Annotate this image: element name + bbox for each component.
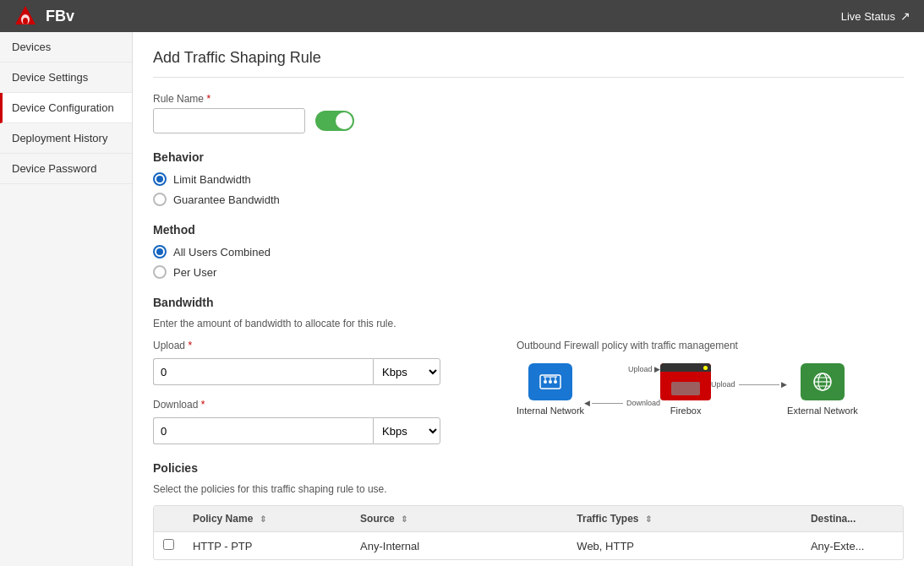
download-unit-select[interactable]: Kbps Mbps Gbps xyxy=(373,417,440,444)
upload-unit-select[interactable]: Kbps Mbps Gbps xyxy=(373,358,440,385)
external-network-label: External Network xyxy=(787,405,858,416)
policies-section: Policies Select the policies for this tr… xyxy=(153,461,904,560)
rule-name-section: Rule Name * xyxy=(153,93,904,133)
upload-input-group: Kbps Mbps Gbps xyxy=(153,358,440,385)
table-header-row: Policy Name ⇕ Source ⇕ Traffic Types ⇕ xyxy=(154,506,903,532)
traffic-types-cell: Web, HTTP xyxy=(568,532,802,560)
behavior-limit-bandwidth[interactable]: Limit Bandwidth xyxy=(153,172,904,186)
policies-table: Policy Name ⇕ Source ⇕ Traffic Types ⇕ xyxy=(154,506,903,559)
behavior-radio-group: Limit Bandwidth Guarantee Bandwidth xyxy=(153,172,904,206)
traffic-diagram: Outbound Firewall policy with traffic ma… xyxy=(517,340,858,416)
right-connector: Upload ▶ xyxy=(711,368,787,411)
download-label: Download * xyxy=(153,399,440,411)
firebox-node: Firebox xyxy=(660,363,711,416)
rule-name-input[interactable] xyxy=(153,108,305,133)
sidebar: Devices Device Settings Device Configura… xyxy=(0,32,133,566)
firebox-icon xyxy=(660,363,711,400)
method-section: Method All Users Combined Per User xyxy=(153,223,904,279)
sidebar-item-devices[interactable]: Devices xyxy=(0,32,132,63)
app-logo xyxy=(14,4,37,28)
policies-table-wrapper: Policy Name ⇕ Source ⇕ Traffic Types ⇕ xyxy=(153,505,904,560)
diagram-nodes: Internal Network Upload ▶ ◀ xyxy=(517,363,858,416)
col-traffic-types-header[interactable]: Traffic Types ⇕ xyxy=(568,506,802,532)
row-checkbox-cell[interactable] xyxy=(154,532,184,560)
bandwidth-heading: Bandwidth xyxy=(153,296,904,309)
app-header: FBv Live Status ↗ xyxy=(0,0,924,32)
table-row: HTTP - PTP Any-Internal Web, HTTP Any-Ex… xyxy=(154,532,903,560)
destination-cell: Any-Exte... xyxy=(802,532,903,560)
svg-point-2 xyxy=(23,18,28,24)
download-input[interactable] xyxy=(153,417,373,444)
traffic-types-sort-icon: ⇕ xyxy=(645,514,652,524)
col-destination-header[interactable]: Destina... xyxy=(802,506,903,532)
bandwidth-description: Enter the amount of bandwidth to allocat… xyxy=(153,318,904,329)
sidebar-item-device-password[interactable]: Device Password xyxy=(0,154,132,184)
left-connector: Upload ▶ ◀ Download xyxy=(584,368,660,411)
rule-name-field-group: Rule Name * xyxy=(153,93,305,133)
rule-name-label: Rule Name * xyxy=(153,93,305,105)
internal-network-node: Internal Network xyxy=(517,363,584,416)
radio-all-users-indicator xyxy=(153,245,167,259)
policy-name-sort-icon: ⇕ xyxy=(260,514,266,524)
sidebar-item-deployment-history[interactable]: Deployment History xyxy=(0,123,132,154)
method-radio-group: All Users Combined Per User xyxy=(153,245,904,279)
diagram-description: Outbound Firewall policy with traffic ma… xyxy=(517,340,738,351)
firebox-label: Firebox xyxy=(670,405,702,416)
col-checkbox-header xyxy=(154,506,184,532)
connector-upload-right-label: Upload xyxy=(711,380,735,389)
bandwidth-section: Bandwidth Enter the amount of bandwidth … xyxy=(153,296,904,444)
main-content: Add Traffic Shaping Rule Rule Name * Beh… xyxy=(133,32,924,566)
sidebar-item-device-settings[interactable]: Device Settings xyxy=(0,63,132,93)
download-input-group: Kbps Mbps Gbps xyxy=(153,417,440,444)
upload-input[interactable] xyxy=(153,358,373,385)
required-star: * xyxy=(206,93,210,105)
external-network-icon xyxy=(801,363,845,400)
internal-network-label: Internal Network xyxy=(517,405,584,416)
method-all-users[interactable]: All Users Combined xyxy=(153,245,904,259)
policies-description: Select the policies for this traffic sha… xyxy=(153,483,904,495)
radio-per-user-indicator xyxy=(153,265,167,279)
live-status-button[interactable]: Live Status ↗ xyxy=(841,9,910,23)
svg-point-5 xyxy=(549,380,552,384)
internal-network-icon xyxy=(528,363,572,400)
app-layout: Devices Device Settings Device Configura… xyxy=(0,32,924,566)
connector-download-label: Download xyxy=(626,399,660,407)
col-source-header[interactable]: Source ⇕ xyxy=(352,506,568,532)
source-sort-icon: ⇕ xyxy=(401,514,407,524)
svg-point-6 xyxy=(554,380,557,384)
external-network-node: External Network xyxy=(787,363,858,416)
radio-limit-bandwidth-indicator xyxy=(153,172,167,186)
behavior-heading: Behavior xyxy=(153,150,904,164)
behavior-guarantee-bandwidth[interactable]: Guarantee Bandwidth xyxy=(153,193,904,206)
behavior-section: Behavior Limit Bandwidth Guarantee Bandw… xyxy=(153,150,904,206)
radio-guarantee-bandwidth-indicator xyxy=(153,193,167,206)
policies-heading: Policies xyxy=(153,461,904,475)
svg-point-4 xyxy=(544,380,547,384)
page-title: Add Traffic Shaping Rule xyxy=(153,49,904,78)
col-policy-name-header[interactable]: Policy Name ⇕ xyxy=(184,506,352,532)
row-checkbox[interactable] xyxy=(163,539,174,550)
source-cell: Any-Internal xyxy=(352,532,568,560)
method-heading: Method xyxy=(153,223,904,237)
external-link-icon: ↗ xyxy=(900,9,910,23)
upload-label: Upload * xyxy=(153,340,440,351)
method-per-user[interactable]: Per User xyxy=(153,265,904,279)
sidebar-item-device-configuration[interactable]: Device Configuration xyxy=(0,93,132,123)
header-title: FBv xyxy=(46,8,841,25)
bandwidth-inputs: Upload * Kbps Mbps Gbps xyxy=(153,340,440,444)
policy-name-cell: HTTP - PTP xyxy=(184,532,352,560)
rule-enabled-toggle[interactable] xyxy=(315,111,354,131)
connector-upload-label: Upload ▶ xyxy=(628,365,660,373)
